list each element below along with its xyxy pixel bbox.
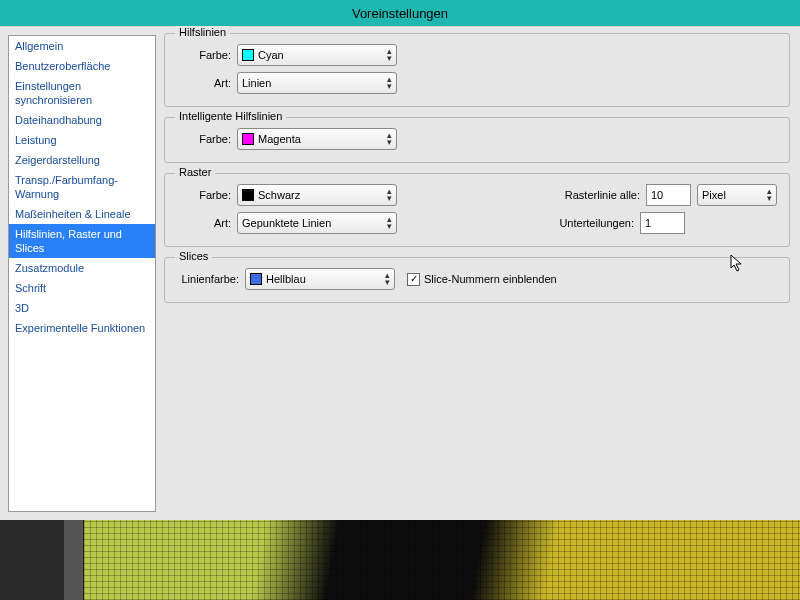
label-slices-color: Linienfarbe: <box>177 273 245 285</box>
sidebar-item[interactable]: Experimentelle Funktionen <box>9 318 155 338</box>
sidebar-item[interactable]: Benutzeroberfläche <box>9 56 155 76</box>
title-bar: Voreinstellungen <box>0 0 800 26</box>
select-grid-unit[interactable]: Pixel ▴▾ <box>697 184 777 206</box>
row-grid-style: Art: Gepunktete Linien ▴▾ Unterteilungen… <box>177 212 777 234</box>
sidebar-item[interactable]: 3D <box>9 298 155 318</box>
category-sidebar: AllgemeinBenutzeroberflächeEinstellungen… <box>8 35 156 512</box>
chevron-updown-icon: ▴▾ <box>387 132 392 146</box>
chevron-updown-icon: ▴▾ <box>385 272 390 286</box>
select-grid-style[interactable]: Gepunktete Linien ▴▾ <box>237 212 397 234</box>
select-value: Linien <box>242 77 271 89</box>
swatch-icon <box>242 133 254 145</box>
sidebar-item[interactable]: Allgemein <box>9 36 155 56</box>
sidebar-item[interactable]: Schrift <box>9 278 155 298</box>
group-grid: Raster Farbe: Schwarz ▴▾ Rasterlinie all… <box>164 173 790 247</box>
sidebar-item[interactable]: Dateihandhabung <box>9 110 155 130</box>
group-grid-legend: Raster <box>175 166 215 178</box>
chevron-updown-icon: ▴▾ <box>387 216 392 230</box>
row-smartguides-color: Farbe: Magenta ▴▾ <box>177 128 777 150</box>
select-value: Gepunktete Linien <box>242 217 331 229</box>
chevron-updown-icon: ▴▾ <box>767 188 772 202</box>
select-value: Pixel <box>702 189 726 201</box>
row-guides-style: Art: Linien ▴▾ <box>177 72 777 94</box>
group-slices-legend: Slices <box>175 250 212 262</box>
sidebar-item[interactable]: Einstellungen synchronisieren <box>9 76 155 110</box>
checkbox-slice-numbers[interactable]: ✓ Slice-Nummern einblenden <box>407 273 557 286</box>
select-slices-color[interactable]: Hellblau ▴▾ <box>245 268 395 290</box>
select-guides-style[interactable]: Linien ▴▾ <box>237 72 397 94</box>
chevron-updown-icon: ▴▾ <box>387 76 392 90</box>
swatch-icon <box>250 273 262 285</box>
sidebar-item[interactable]: Zusatzmodule <box>9 258 155 278</box>
grid-every-controls: Rasterlinie alle: 10 Pixel ▴▾ <box>565 184 777 206</box>
row-guides-color: Farbe: Cyan ▴▾ <box>177 44 777 66</box>
label-grid-subdiv: Unterteilungen: <box>559 217 634 229</box>
select-guides-color[interactable]: Cyan ▴▾ <box>237 44 397 66</box>
chevron-updown-icon: ▴▾ <box>387 48 392 62</box>
label-grid-color: Farbe: <box>177 189 237 201</box>
sidebar-item[interactable]: Leistung <box>9 130 155 150</box>
label-grid-style: Art: <box>177 217 237 229</box>
grid-subdiv-controls: Unterteilungen: 1 <box>559 212 777 234</box>
row-slices-color: Linienfarbe: Hellblau ▴▾ ✓ Slice-Nummern… <box>177 268 777 290</box>
chevron-updown-icon: ▴▾ <box>387 188 392 202</box>
content-pane: Hilfslinien Farbe: Cyan ▴▾ Art: Linien ▴… <box>160 27 800 520</box>
select-value: Schwarz <box>258 189 300 201</box>
select-grid-color[interactable]: Schwarz ▴▾ <box>237 184 397 206</box>
row-grid-color: Farbe: Schwarz ▴▾ Rasterlinie alle: 10 P… <box>177 184 777 206</box>
sidebar-item[interactable]: Zeigerdarstellung <box>9 150 155 170</box>
label-guides-color: Farbe: <box>177 49 237 61</box>
sidebar-item[interactable]: Hilfslinien, Raster und Slices <box>9 224 155 258</box>
checkbox-icon: ✓ <box>407 273 420 286</box>
sidebar-item[interactable]: Maßeinheiten & Lineale <box>9 204 155 224</box>
select-value: Hellblau <box>266 273 306 285</box>
input-grid-every[interactable]: 10 <box>646 184 691 206</box>
label-guides-style: Art: <box>177 77 237 89</box>
window-title: Voreinstellungen <box>352 6 448 21</box>
swatch-icon <box>242 49 254 61</box>
group-smart-guides-legend: Intelligente Hilfslinien <box>175 110 286 122</box>
ruler-vertical <box>64 520 84 600</box>
group-guides: Hilfslinien Farbe: Cyan ▴▾ Art: Linien ▴… <box>164 33 790 107</box>
label-grid-every: Rasterlinie alle: <box>565 189 640 201</box>
label-smartguides-color: Farbe: <box>177 133 237 145</box>
image-canvas <box>84 520 800 600</box>
input-grid-subdiv[interactable]: 1 <box>640 212 685 234</box>
group-slices: Slices Linienfarbe: Hellblau ▴▾ ✓ Slice-… <box>164 257 790 303</box>
select-value: Magenta <box>258 133 301 145</box>
background-canvas <box>0 520 800 600</box>
input-value: 1 <box>645 217 651 229</box>
checkbox-label: Slice-Nummern einblenden <box>424 273 557 285</box>
swatch-icon <box>242 189 254 201</box>
sidebar-item[interactable]: Transp./Farbumfang-Warnung <box>9 170 155 204</box>
select-value: Cyan <box>258 49 284 61</box>
dialog-body: AllgemeinBenutzeroberflächeEinstellungen… <box>0 26 800 520</box>
group-smart-guides: Intelligente Hilfslinien Farbe: Magenta … <box>164 117 790 163</box>
select-smartguides-color[interactable]: Magenta ▴▾ <box>237 128 397 150</box>
input-value: 10 <box>651 189 663 201</box>
group-guides-legend: Hilfslinien <box>175 26 230 38</box>
